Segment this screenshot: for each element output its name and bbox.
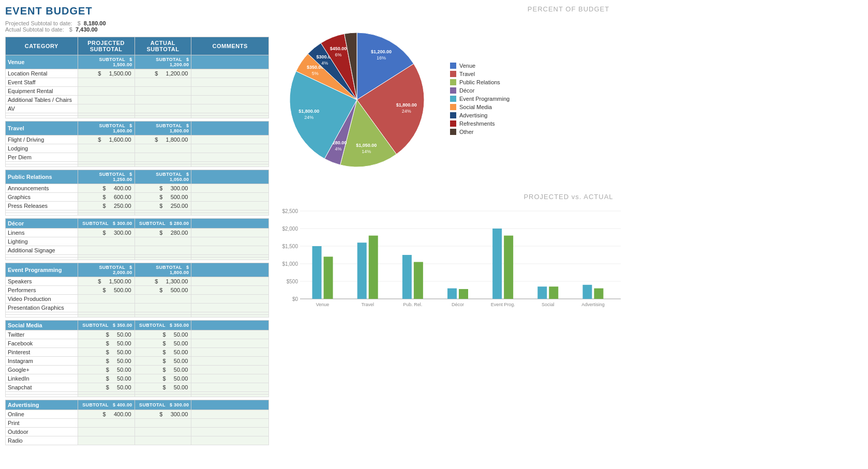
table-row: Press Releases $ 250.00 $ 250.00: [6, 202, 269, 210]
pie-section: $1,200.0016%$1,800.0024%$1,050.0014%$280…: [274, 17, 863, 183]
svg-text:$1,800.00: $1,800.00: [298, 109, 319, 114]
legend-label: Venue: [459, 63, 475, 69]
legend-item-refreshments: Refreshments: [450, 120, 510, 127]
legend-label: Other: [459, 129, 474, 135]
svg-text:Venue: Venue: [316, 302, 330, 307]
row-act: $ 1,300.00: [134, 277, 191, 286]
table-row: Video Production: [6, 295, 269, 304]
row-act: $ 300.00: [134, 410, 191, 419]
row-act: [134, 419, 191, 428]
table-row: Print: [6, 419, 269, 428]
table-row: Lighting: [6, 237, 269, 246]
bar-act-Social: [549, 286, 558, 299]
category-name: Advertising: [6, 400, 78, 410]
category-header-row: Décor SUBTOTAL $ 300.00 SUBTOTAL $ 280.0…: [6, 219, 269, 229]
row-name: Instagram: [6, 357, 78, 366]
legend-label: Advertising: [459, 112, 487, 118]
proj-subtotal: SUBTOTAL $ 300.00: [78, 219, 134, 229]
comments-cell: [191, 400, 269, 410]
category-name: Public Relations: [6, 170, 78, 184]
row-act: $ 280.00: [134, 229, 191, 237]
bar-svg: $0$500$1,000$1,500$2,000$2,500VenueTrave…: [274, 206, 626, 320]
projected-label: Projected Subtotal to date:: [5, 20, 72, 26]
row-proj: $ 400.00: [78, 410, 134, 419]
row-act: [134, 96, 191, 104]
bar-act-Pub. Rel.: [414, 262, 423, 299]
category-name: Event Programming: [6, 263, 78, 277]
row-proj: [78, 78, 134, 87]
row-act: $ 500.00: [134, 193, 191, 202]
legend-item-décor: Décor: [450, 87, 510, 94]
col-header-actual: ACTUAL SUBTOTAL: [134, 37, 191, 55]
row-act: [134, 246, 191, 255]
comments-cell: [191, 219, 269, 229]
row-name: Linens: [6, 229, 78, 237]
table-row: Location Rental $ 1,500.00 $ 1,200.00: [6, 69, 269, 78]
row-act: $ 50.00: [134, 366, 191, 374]
summary-section: Projected Subtotal to date: $ 8,180.00 A…: [5, 20, 269, 33]
row-name: Google+: [6, 366, 78, 374]
table-row: Flight / Driving $ 1,600.00 $ 1,800.00: [6, 135, 269, 144]
table-row: Additional Tables / Chairs: [6, 96, 269, 104]
table-row: Snapchat $ 50.00 $ 50.00: [6, 383, 269, 392]
category-header-row: Travel SUBTOTAL $ 1,600.00 SUBTOTAL $ 1,…: [6, 122, 269, 135]
bar-act-Advertising: [594, 289, 603, 299]
category-header-row: Social Media SUBTOTAL $ 350.00 SUBTOTAL …: [6, 321, 269, 330]
legend-color: [450, 129, 456, 135]
page-title: EVENT BUDGET: [5, 5, 269, 17]
bar-proj-Pub. Rel.: [402, 255, 412, 299]
row-proj: $ 50.00: [78, 357, 134, 366]
bar-proj-Social: [537, 286, 547, 299]
legend-item-social-media: Social Media: [450, 104, 510, 110]
row-act: $ 50.00: [134, 357, 191, 366]
bar-act-Décor: [459, 289, 468, 299]
table-row: Performers $ 500.00 $ 500.00: [6, 286, 269, 295]
table-row: AV: [6, 104, 269, 113]
row-proj: [78, 104, 134, 113]
row-act: [134, 78, 191, 87]
pie-chart-title: PERCENT OF BUDGET: [274, 5, 863, 13]
table-row: Graphics $ 600.00 $ 500.00: [6, 193, 269, 202]
row-comment: [191, 339, 269, 348]
legend-color: [450, 79, 456, 85]
svg-text:$1,200.00: $1,200.00: [371, 49, 392, 54]
category-header-row: Venue SUBTOTAL $ 1,500.00 SUBTOTAL $ 1,2…: [6, 55, 269, 69]
svg-text:Pub. Rel.: Pub. Rel.: [403, 302, 422, 307]
row-proj: $ 1,600.00: [78, 135, 134, 144]
row-name: Video Production: [6, 295, 78, 304]
col-header-projected: PROJECTED SUBTOTAL: [78, 37, 134, 55]
svg-text:$500: $500: [287, 279, 298, 284]
table-row: Presentation Graphics: [6, 304, 269, 312]
row-name: Pinterest: [6, 348, 78, 357]
legend-color: [450, 104, 456, 110]
bar-act-Travel: [369, 236, 378, 299]
row-proj: [78, 436, 134, 445]
left-panel: EVENT BUDGET Projected Subtotal to date:…: [5, 5, 269, 448]
row-comment: [191, 87, 269, 96]
act-subtotal: SUBTOTAL $ 1,800.00: [134, 122, 191, 135]
row-comment: [191, 304, 269, 312]
pie-svg: $1,200.0016%$1,800.0024%$1,050.0014%$280…: [274, 17, 440, 183]
category-header-row: Advertising SUBTOTAL $ 400.00 SUBTOTAL $…: [6, 400, 269, 410]
row-act: [134, 295, 191, 304]
row-proj: $ 50.00: [78, 383, 134, 392]
row-comment: [191, 202, 269, 210]
row-act: [134, 237, 191, 246]
row-act: [134, 153, 191, 162]
actual-label: Actual Subtotal to date:: [5, 26, 64, 33]
svg-text:$1,800.00: $1,800.00: [396, 102, 417, 108]
svg-text:4%: 4%: [321, 60, 328, 66]
svg-text:$1,500: $1,500: [282, 244, 298, 249]
category-name: Social Media: [6, 321, 78, 330]
legend-label: Public Relations: [459, 79, 500, 85]
row-act: $ 50.00: [134, 339, 191, 348]
category-header-row: Public Relations SUBTOTAL $ 1,250.00 SUB…: [6, 170, 269, 184]
category-name: Venue: [6, 55, 78, 69]
row-proj: [78, 96, 134, 104]
row-name: Graphics: [6, 193, 78, 202]
row-name: Performers: [6, 286, 78, 295]
svg-text:24%: 24%: [402, 109, 411, 114]
row-act: $ 50.00: [134, 330, 191, 339]
table-row: Online $ 400.00 $ 300.00: [6, 410, 269, 419]
row-act: $ 500.00: [134, 286, 191, 295]
